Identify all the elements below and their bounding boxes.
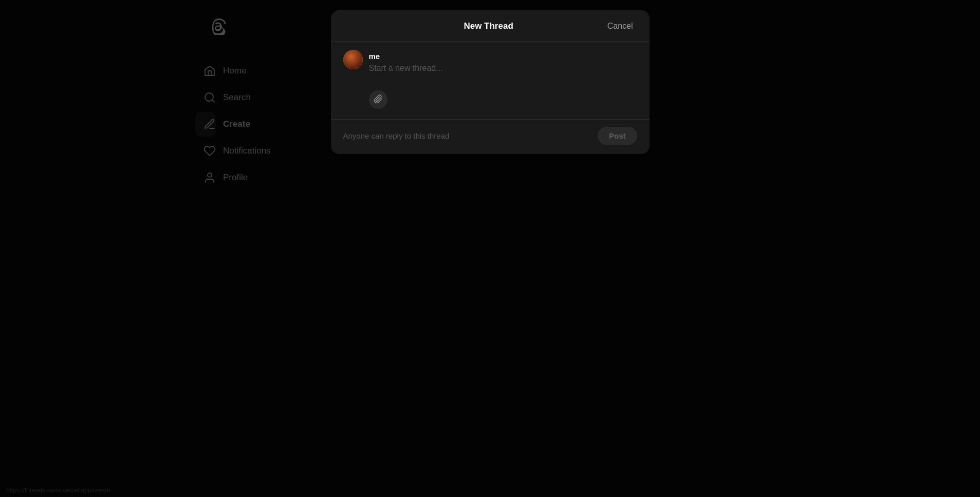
username: me <box>369 52 637 61</box>
reply-hint: Anyone can reply to this thread <box>343 131 450 140</box>
avatar-image <box>343 50 363 69</box>
modal-title: New Thread <box>464 21 513 31</box>
thread-compose-area: me <box>343 50 637 109</box>
modal-overlay[interactable]: New Thread Cancel me <box>0 0 980 497</box>
modal-header: New Thread Cancel <box>331 10 650 42</box>
attach-button[interactable] <box>369 90 387 109</box>
modal-body: me <box>331 42 650 119</box>
paperclip-icon <box>374 94 383 105</box>
cancel-button[interactable]: Cancel <box>603 20 637 33</box>
new-thread-modal: New Thread Cancel me <box>331 10 650 154</box>
modal-footer: Anyone can reply to this thread Post <box>331 119 650 154</box>
compose-area: me <box>369 50 637 109</box>
avatar <box>343 50 363 69</box>
thread-input[interactable] <box>369 64 637 82</box>
attachment-area <box>369 90 637 109</box>
post-button[interactable]: Post <box>598 127 637 145</box>
